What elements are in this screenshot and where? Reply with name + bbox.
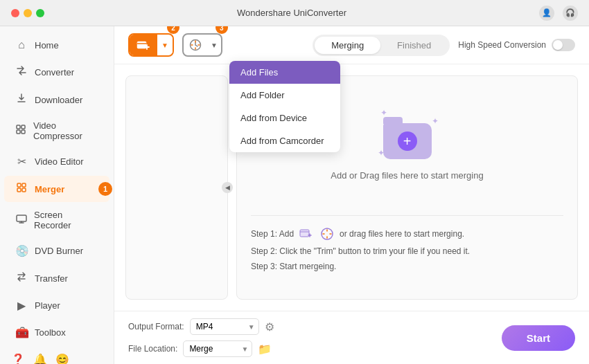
sidebar-item-label: Player	[35, 300, 60, 311]
editor-icon: ✂	[15, 155, 28, 168]
merger-icon	[15, 182, 28, 196]
sidebar-item-label: Home	[35, 40, 59, 51]
steps-section: Step 1: Add	[251, 215, 563, 277]
sidebar-item-label: Toolbox	[35, 327, 66, 338]
sidebar-item-transfer[interactable]: Transfer	[4, 265, 109, 291]
sidebar-item-label: Video Editor	[35, 156, 84, 167]
help-icon[interactable]: ❓	[11, 353, 25, 364]
toggle-knob	[553, 40, 563, 50]
svg-rect-7	[22, 188, 26, 192]
svg-rect-6	[17, 188, 21, 192]
svg-rect-8	[17, 215, 26, 221]
svg-rect-2	[17, 130, 20, 134]
app-title: Wondershare UniConverter	[237, 8, 346, 18]
account-icon[interactable]: 👤	[539, 6, 554, 21]
compressor-icon	[15, 124, 26, 138]
dvd-burner-icon: 💿	[15, 244, 28, 257]
start-button[interactable]: Start	[502, 325, 575, 351]
notification-icon[interactable]: 🔔	[33, 353, 47, 364]
player-icon: ▶	[15, 299, 28, 312]
sidebar: ⌂ Home Converter Downloader	[0, 26, 114, 364]
add-files-button[interactable]: ▼	[128, 33, 174, 57]
file-location-select[interactable]: Merge Desktop	[183, 340, 252, 357]
sidebar-item-video-editor[interactable]: ✂ Video Editor	[4, 149, 109, 174]
workspace: ◀ ✦ ✦ ✦	[114, 64, 589, 311]
step-3: Step 3: Start mergeing.	[251, 262, 563, 271]
merger-badge: 1	[98, 182, 112, 196]
sidebar-item-label: Converter	[35, 67, 74, 78]
transfer-icon	[15, 271, 28, 285]
titlebar: Wondershare UniConverter 👤 🎧	[0, 0, 589, 26]
sidebar-item-label: Video Compressor	[33, 120, 98, 141]
home-icon: ⌂	[15, 39, 28, 51]
sidebar-item-label: DVD Burner	[35, 246, 83, 256]
headset-icon[interactable]: 🎧	[563, 6, 578, 21]
toolbar: ▼ 2 ▼ 3	[114, 26, 589, 64]
screen-recorder-icon	[15, 213, 27, 227]
collapse-panel-button[interactable]: ◀	[222, 182, 233, 193]
output-format-row: Output Format: MP4 MOV AVI ▼ ⚙	[128, 318, 274, 335]
add-files-icon	[130, 35, 157, 55]
file-list-panel: ◀	[125, 75, 228, 300]
sidebar-item-dvd-burner[interactable]: 💿 DVD Burner	[4, 238, 109, 264]
tab-finished[interactable]: Finished	[380, 37, 448, 54]
sidebar-item-merger[interactable]: Merger 1	[4, 176, 109, 202]
sidebar-item-screen-recorder[interactable]: Screen Recorder	[4, 203, 109, 237]
step1-icon2	[320, 227, 334, 241]
svg-rect-0	[17, 125, 20, 129]
svg-rect-5	[22, 183, 26, 187]
file-location-select-wrapper: Merge Desktop ▼	[183, 340, 252, 357]
svg-rect-3	[21, 130, 25, 134]
dropdown-add-device[interactable]: Add from Device	[229, 107, 340, 129]
sidebar-item-toolbox[interactable]: 🧰 Toolbox	[4, 320, 109, 345]
output-format-select[interactable]: MP4 MOV AVI	[190, 318, 259, 335]
close-dot[interactable]	[11, 9, 19, 17]
device-dropdown-arrow[interactable]: ▼	[207, 37, 221, 53]
drop-zone-text: Add or Drag files here to start merging	[331, 170, 483, 181]
sidebar-item-converter[interactable]: Converter	[4, 59, 109, 85]
bottom-bar: Output Format: MP4 MOV AVI ▼ ⚙ File Loca…	[114, 311, 589, 364]
output-settings-icon[interactable]: ⚙	[265, 320, 274, 334]
add-device-button[interactable]: ▼	[182, 33, 222, 57]
sidebar-item-downloader[interactable]: Downloader	[4, 87, 109, 113]
sidebar-item-label: Merger	[35, 184, 64, 194]
file-location-row: File Location: Merge Desktop ▼ 📁	[128, 340, 274, 357]
titlebar-actions: 👤 🎧	[539, 6, 578, 21]
device-icon	[184, 35, 207, 55]
main-layout: ⌂ Home Converter Downloader	[0, 26, 589, 364]
content-area: ▼ 2 ▼ 3	[114, 26, 589, 364]
sidebar-item-video-compressor[interactable]: Video Compressor	[4, 114, 109, 147]
tab-group: Merging Finished	[313, 35, 450, 56]
svg-rect-4	[17, 183, 21, 187]
dropdown-add-folder[interactable]: Add Folder	[229, 84, 340, 107]
maximize-dot[interactable]	[36, 9, 44, 17]
step-2: Step 2: Click the "Trim" button to trim …	[251, 246, 563, 256]
add-files-dropdown-arrow[interactable]: ▼	[157, 37, 173, 53]
dropdown-add-files[interactable]: Add Files	[229, 61, 340, 84]
svg-rect-1	[21, 125, 25, 129]
minimize-dot[interactable]	[24, 9, 32, 17]
toolbox-icon: 🧰	[15, 326, 28, 339]
sidebar-item-player[interactable]: ▶ Player	[4, 293, 109, 318]
step1-icon1	[299, 227, 313, 241]
sidebar-item-label: Screen Recorder	[34, 210, 98, 230]
file-location-label: File Location:	[128, 344, 177, 354]
downloader-icon	[15, 93, 28, 107]
speed-label: High Speed Conversion	[458, 40, 546, 50]
feedback-icon[interactable]: 😊	[55, 353, 69, 364]
dropdown-add-camcorder[interactable]: Add from Camcorder	[229, 129, 340, 152]
sidebar-footer: ❓ 🔔 😊	[0, 346, 114, 364]
step-1: Step 1: Add	[251, 227, 563, 241]
sidebar-item-label: Transfer	[35, 273, 68, 284]
output-format-label: Output Format:	[128, 322, 184, 331]
speed-toggle[interactable]	[552, 39, 575, 51]
tab-merging[interactable]: Merging	[315, 37, 380, 54]
sidebar-item-home[interactable]: ⌂ Home	[4, 33, 109, 57]
speed-toggle-group: High Speed Conversion	[458, 39, 575, 51]
dropdown-menu: Add Files Add Folder Add from Device Add…	[229, 61, 340, 152]
svg-rect-11	[300, 230, 309, 237]
converter-icon	[15, 65, 28, 79]
output-format-select-wrapper: MP4 MOV AVI ▼	[190, 318, 259, 335]
file-location-folder-icon[interactable]: 📁	[258, 343, 272, 356]
window-controls[interactable]	[11, 9, 44, 17]
